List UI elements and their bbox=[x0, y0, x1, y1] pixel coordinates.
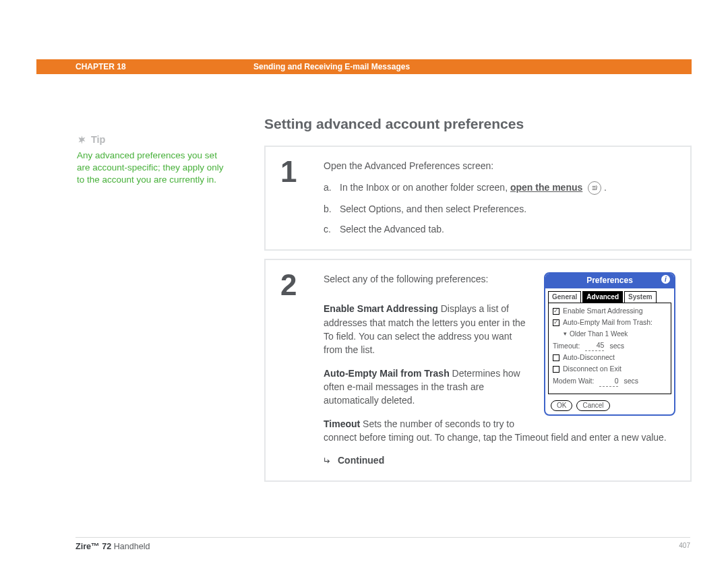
product-name: Zire™ 72 Handheld bbox=[75, 542, 150, 551]
tab-general[interactable]: General bbox=[548, 291, 581, 303]
checkbox-icon[interactable] bbox=[553, 366, 559, 373]
checkbox-icon[interactable]: ✓ bbox=[553, 308, 559, 315]
step-2: 2 Preferences i General Advanced System … bbox=[264, 259, 692, 482]
page-footer: Zire™ 72 Handheld 407 bbox=[75, 537, 690, 551]
option-timeout: Timeout Sets the number of seconds to tr… bbox=[324, 417, 675, 445]
tab-advanced[interactable]: Advanced bbox=[582, 291, 623, 303]
chapter-title: Sending and Receiving E-mail Messages bbox=[253, 62, 410, 71]
step1-intro: Open the Advanced Preferences screen: bbox=[324, 159, 675, 173]
open-the-menus-link[interactable]: open the menus bbox=[510, 182, 582, 193]
sidebar-tip: Tip Any advanced preferences you set are… bbox=[77, 133, 229, 186]
dropdown-older-than[interactable]: Older Than 1 Week bbox=[564, 330, 667, 340]
step-number: 1 bbox=[280, 159, 301, 236]
modem-wait-field[interactable]: 0 bbox=[599, 376, 618, 387]
step1-c: c. Select the Advanced tab. bbox=[324, 222, 675, 236]
tip-label: Tip bbox=[91, 133, 105, 147]
continued-indicator: Continued bbox=[324, 454, 675, 467]
tip-body: Any advanced preferences you set are acc… bbox=[77, 150, 229, 187]
step-number: 2 bbox=[280, 272, 301, 467]
cancel-button[interactable]: Cancel bbox=[576, 400, 609, 411]
menu-icon bbox=[588, 181, 601, 195]
timeout-field[interactable]: 45 bbox=[585, 340, 604, 351]
palm-pane: ✓Enable Smart Addressing ✓Auto-Empty Mai… bbox=[548, 303, 671, 394]
chapter-label: CHAPTER 18 bbox=[36, 62, 253, 71]
step1-body: Open the Advanced Preferences screen: a.… bbox=[324, 159, 675, 236]
step1-b: b. Select Options, and then select Prefe… bbox=[324, 202, 675, 216]
chapter-header: CHAPTER 18 Sending and Receiving E-mail … bbox=[36, 59, 692, 74]
section-title: Setting advanced account preferences bbox=[264, 116, 692, 132]
step-1: 1 Open the Advanced Preferences screen: … bbox=[264, 146, 692, 251]
palm-title-bar: Preferences i bbox=[545, 274, 674, 288]
main-content: Setting advanced account preferences 1 O… bbox=[264, 116, 692, 490]
tip-heading: Tip bbox=[77, 133, 229, 147]
ok-button[interactable]: OK bbox=[551, 400, 572, 411]
info-icon: i bbox=[661, 275, 670, 284]
page-number: 407 bbox=[679, 542, 690, 551]
checkbox-icon[interactable]: ✓ bbox=[553, 319, 559, 326]
palm-buttons: OK Cancel bbox=[545, 397, 674, 414]
palm-preferences-screenshot: Preferences i General Advanced System ✓E… bbox=[544, 272, 675, 416]
step1-a: a. In the Inbox or on another folder scr… bbox=[324, 181, 675, 195]
asterisk-icon bbox=[77, 135, 87, 145]
continued-arrow-icon bbox=[324, 456, 332, 465]
tab-system[interactable]: System bbox=[624, 291, 657, 303]
step2-body: Preferences i General Advanced System ✓E… bbox=[324, 272, 675, 467]
checkbox-icon[interactable] bbox=[553, 354, 559, 361]
palm-tabs: General Advanced System bbox=[545, 288, 674, 303]
